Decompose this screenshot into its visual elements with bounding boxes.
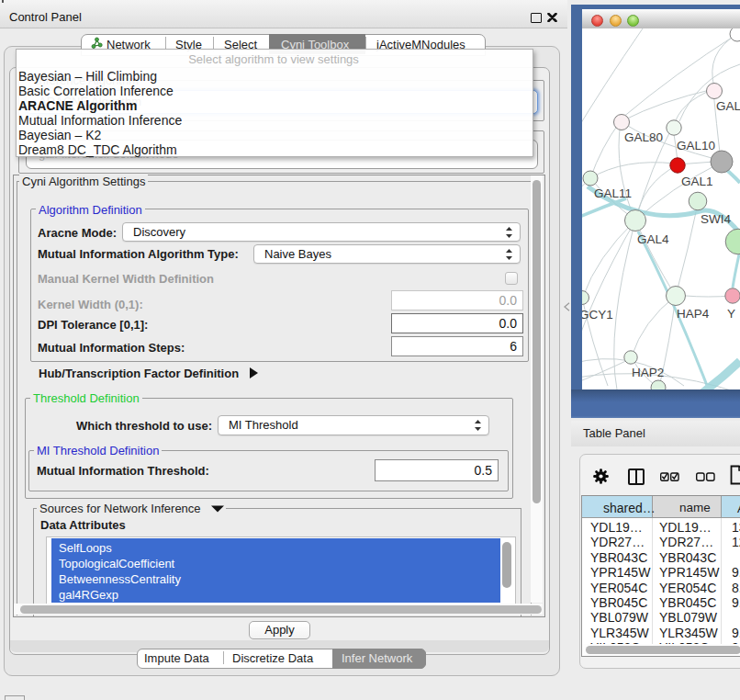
svg-text:GAL80: GAL80 [624,130,663,144]
svg-text:Y: Y [727,307,735,321]
svg-text:GAL10: GAL10 [677,139,715,152]
svg-text:GAL11: GAL11 [594,186,632,200]
svg-text:HAP2: HAP2 [632,366,664,379]
svg-text:GAL4: GAL4 [637,232,669,246]
svg-text:GAL2: GAL2 [716,99,740,113]
svg-text:HAP4: HAP4 [677,307,710,321]
svg-text:GAL1: GAL1 [681,175,713,188]
svg-text:GCY1: GCY1 [582,308,613,322]
svg-text:SWI4: SWI4 [701,212,731,226]
